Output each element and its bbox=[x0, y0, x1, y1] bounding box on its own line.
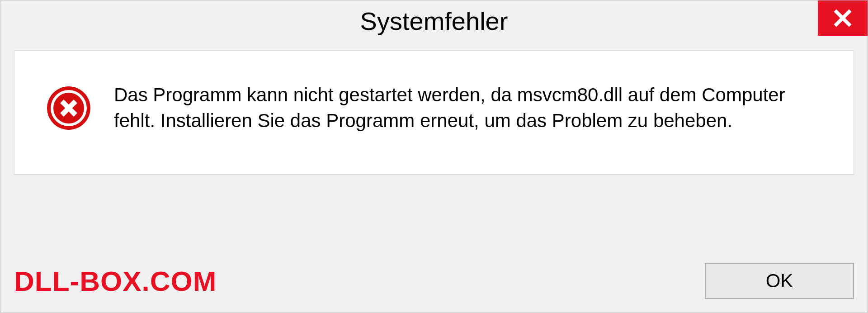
error-message: Das Programm kann nicht gestartet werden… bbox=[114, 82, 826, 133]
dialog-title: Systemfehler bbox=[360, 6, 508, 36]
error-icon bbox=[46, 85, 91, 131]
watermark-text: DLL-BOX.COM bbox=[14, 265, 217, 297]
content-area: Das Programm kann nicht gestartet werden… bbox=[14, 50, 854, 175]
dialog-footer: DLL-BOX.COM OK bbox=[14, 258, 854, 304]
titlebar: Systemfehler bbox=[0, 0, 868, 41]
close-button[interactable] bbox=[818, 0, 868, 36]
ok-button[interactable]: OK bbox=[705, 263, 854, 299]
close-icon bbox=[833, 9, 852, 28]
error-dialog: Systemfehler Das Programm kann nicht ges… bbox=[0, 0, 868, 313]
